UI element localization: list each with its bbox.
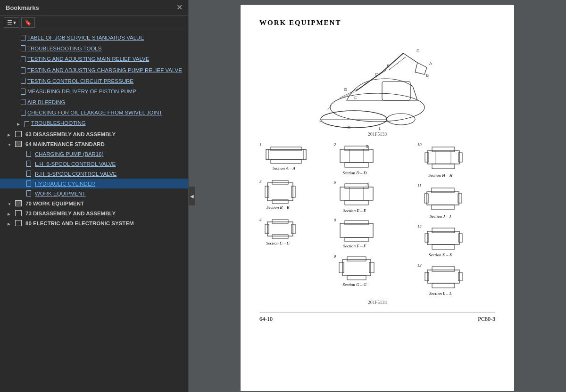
collapse-icon[interactable] — [8, 141, 13, 147]
sidebar-item-label: TROUBLESHOOTING TOOLS — [27, 46, 184, 51]
list-icon: ☰ — [7, 19, 12, 26]
section-hh-diagram — [424, 142, 464, 173]
bookmark-flag-icon — [21, 45, 25, 51]
svg-rect-76 — [432, 283, 455, 288]
bookmark-flag-icon — [26, 171, 31, 177]
section-bb-label: Section B – B — [266, 205, 290, 210]
close-button[interactable]: ✕ — [176, 4, 183, 11]
sidebar-item-label: HYDRAULIC CYLINDER — [35, 181, 184, 187]
figure-1-number: 201F5133 — [259, 131, 495, 137]
svg-rect-71 — [432, 245, 455, 249]
section-1: 1 Section — [259, 142, 308, 171]
svg-rect-39 — [345, 163, 368, 167]
sidebar-item-work-equipment-bm[interactable]: WORK EQUIPMENT — [0, 188, 188, 198]
sidebar-item-label: TROUBLESHOOTING — [31, 120, 184, 126]
section-11: 11 Section J – J — [417, 183, 463, 219]
svg-rect-28 — [272, 180, 288, 184]
bookmark-folder-icon — [15, 200, 22, 206]
sidebar-item-electric-80[interactable]: 80 ELECTRIC AND ELECTRONIC SYSTEM — [0, 218, 188, 228]
sidebar-item-charging-pump[interactable]: CHARGING PUMP (BAR16) — [0, 149, 188, 159]
model-number: PC80-3 — [478, 316, 495, 323]
collapse-arrow-icon: ◀ — [190, 194, 194, 199]
expand-icon[interactable] — [8, 211, 13, 216]
bookmarks-header: Bookmarks ✕ — [0, 0, 188, 16]
svg-line-6 — [382, 53, 403, 72]
sidebar-item-table-service[interactable]: TABLE OF JOB SERVICE STANDARDS VALUE — [0, 32, 188, 43]
bookmark-button[interactable]: 🔖 — [21, 17, 35, 28]
svg-rect-56 — [369, 262, 374, 273]
svg-rect-27 — [267, 183, 293, 201]
svg-rect-51 — [345, 237, 368, 242]
svg-rect-33 — [272, 220, 288, 223]
svg-rect-49 — [340, 223, 373, 237]
svg-rect-78 — [458, 272, 462, 281]
svg-rect-53 — [347, 257, 366, 261]
sidebar-item-measuring-delivery[interactable]: MEASURING DELIVERY OF PISTON PUMP — [0, 86, 188, 97]
bookmark-flag-icon — [26, 180, 31, 187]
sidebar-item-disassembly-73[interactable]: 73 DISASSEMBLY AND ASSEMBLY — [0, 208, 188, 218]
svg-rect-52 — [342, 260, 371, 276]
svg-rect-32 — [267, 222, 293, 236]
svg-rect-68 — [458, 194, 462, 203]
section-10: 10 Section H – H — [417, 142, 464, 178]
sidebar-item-testing-control[interactable]: TESTING CONTROL CIRCUIT PRESSURE — [0, 76, 188, 86]
sidebar-item-label: 64 MAINTENANCE STANDARD — [25, 141, 105, 147]
svg-text:K: K — [348, 125, 350, 130]
svg-rect-69 — [427, 231, 459, 245]
sidebar-item-disassembly-63[interactable]: 63 DISASSEMBLY AND ASSEMBLY — [0, 129, 188, 139]
sidebar-item-testing-main-relief[interactable]: TESTING AND ADJUSTING MAIN RELIEF VALVE — [0, 53, 188, 65]
sidebar-item-troubleshooting[interactable]: TROUBLESHOOTING — [0, 118, 188, 129]
section-ff-label: Section F – F — [343, 244, 366, 248]
svg-rect-22 — [271, 160, 301, 163]
sidebar-item-troubleshooting-tools[interactable]: TROUBLESHOOTING TOOLS — [0, 43, 188, 53]
sidebar-item-testing-charging[interactable]: TESTING AND ADJUSTING CHARGING PUMP RELI… — [0, 65, 188, 76]
section-3: 3 Section B – B — [259, 179, 297, 210]
section-dd-diagram: 5 — [338, 142, 375, 171]
bookmark-folder-icon — [15, 131, 22, 137]
bookmark-flag-icon — [21, 99, 25, 105]
svg-text:G: G — [344, 87, 347, 92]
sidebar-item-checking-oil[interactable]: CHECKING FOR OIL LEAKAGE FROM SWIVEL JOI… — [0, 107, 188, 118]
sidebar-item-label: WORK EQUIPMENT — [35, 191, 184, 196]
collapse-panel-button[interactable]: ◀ — [189, 187, 195, 205]
svg-rect-75 — [432, 267, 455, 271]
bookmark-flag-icon — [21, 78, 25, 84]
sidebar-item-work-equipment-70[interactable]: 70 WORK EQUIPMENT — [0, 198, 188, 208]
sidebar-item-air-bleeding[interactable]: AIR BLEEDING — [0, 97, 188, 107]
svg-point-2 — [387, 114, 415, 125]
section-jj-diagram — [423, 183, 463, 214]
bookmarks-title: Bookmarks — [6, 4, 39, 11]
expand-icon[interactable] — [17, 121, 23, 126]
bookmark-folder-icon — [15, 210, 22, 216]
sidebar-item-maintenance-64[interactable]: 64 MAINTENANCE STANDARD — [0, 139, 188, 149]
bookmark-flag-icon — [26, 161, 31, 167]
svg-rect-45 — [345, 200, 368, 205]
section-cc-label: Section C – C — [266, 241, 290, 245]
section-ll-diagram — [424, 263, 464, 291]
expand-icon[interactable] — [8, 220, 13, 226]
expand-icon[interactable] — [8, 131, 13, 137]
svg-text:L: L — [379, 126, 381, 131]
svg-line-7 — [403, 53, 417, 63]
section-4: 4 Section C – C — [259, 217, 297, 245]
svg-rect-77 — [425, 272, 429, 281]
svg-text:B: B — [426, 73, 429, 78]
section-13: 13 Section L – L — [417, 263, 464, 296]
sidebar-item-hydraulic-cylinder[interactable]: HYDRAULIC CYLINDER — [0, 179, 188, 188]
sidebar-item-label: TESTING AND ADJUSTING CHARGING PUMP RELI… — [27, 66, 184, 74]
bookmark-flag-icon — [21, 56, 25, 62]
page-number: 64-10 — [259, 316, 273, 323]
svg-rect-38 — [345, 146, 368, 151]
sidebar-item-lh-control[interactable]: L.H. 6-SPOOL CONTROL VALVE — [0, 159, 188, 169]
collapse-icon[interactable] — [8, 201, 13, 206]
bookmarks-list[interactable]: TABLE OF JOB SERVICE STANDARDS VALUE TRO… — [0, 30, 188, 392]
bookmarks-toolbar: ☰ ▾ 🔖 — [0, 16, 188, 30]
sidebar-item-rh-control[interactable]: R.H. 5-SPOOL CONTROL VALVE — [0, 169, 188, 179]
view-options-button[interactable]: ☰ ▾ — [4, 17, 19, 28]
svg-rect-36 — [291, 224, 295, 234]
svg-rect-54 — [347, 276, 366, 280]
svg-text:7: 7 — [366, 182, 368, 187]
section-kk-label: Section K – K — [429, 253, 452, 257]
section-ee-label: Section E – E — [343, 208, 366, 213]
svg-rect-72 — [425, 234, 429, 242]
